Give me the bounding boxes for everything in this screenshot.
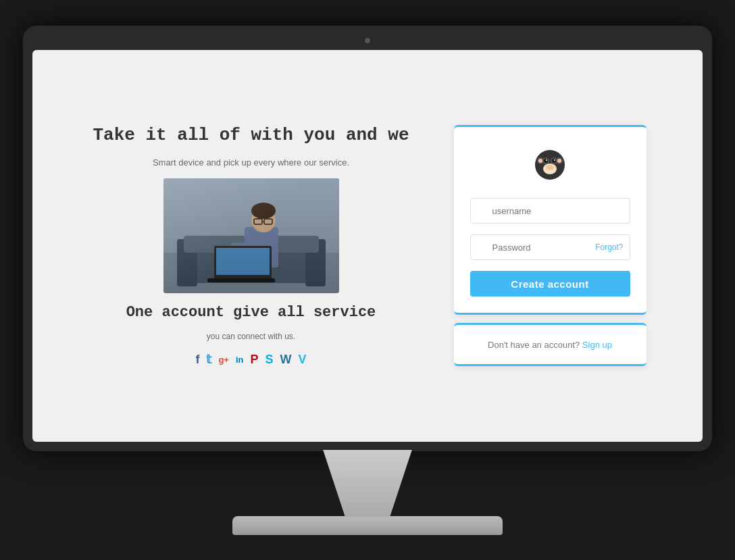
google-plus-icon[interactable]: g+: [218, 355, 229, 365]
create-account-button[interactable]: Create account: [470, 271, 630, 297]
monitor-stand-base: [232, 516, 503, 535]
svg-rect-2: [184, 246, 319, 283]
twitter-icon[interactable]: 𝕥: [206, 352, 211, 367]
svg-point-22: [552, 159, 556, 163]
password-wrapper: 🔒 Forgot?: [470, 234, 630, 260]
wordpress-icon[interactable]: W: [280, 353, 292, 367]
svg-rect-9: [254, 219, 262, 224]
hero-image: [163, 178, 339, 293]
monitor-screen: Take it all of with you and we Smart dev…: [32, 50, 703, 442]
svg-point-24: [554, 159, 555, 161]
monitor-body: Take it all of with you and we Smart dev…: [23, 26, 712, 451]
svg-rect-0: [163, 178, 339, 293]
section-title: One account give all service: [126, 304, 376, 321]
logo-svg: [532, 147, 567, 182]
connect-text: you can connect with us.: [207, 332, 295, 341]
subtitle-text: Smart device and pick up every where our…: [153, 157, 349, 168]
username-input[interactable]: [470, 198, 630, 224]
svg-rect-1: [163, 178, 339, 253]
monitor-wrapper: Take it all of with you and we Smart dev…: [13, 26, 722, 535]
svg-rect-6: [245, 227, 278, 268]
svg-point-7: [251, 208, 276, 232]
signup-link[interactable]: Sign up: [582, 340, 612, 350]
main-title: Take it all of with you and we: [93, 124, 409, 147]
login-card: 👤 🔒 Forgot? Create account: [454, 125, 647, 315]
svg-point-21: [544, 159, 548, 163]
linkedin-icon[interactable]: in: [236, 355, 244, 365]
svg-rect-3: [177, 239, 197, 286]
facebook-icon[interactable]: f: [195, 353, 199, 367]
username-wrapper: 👤: [470, 198, 630, 224]
monitor-stand-neck: [293, 450, 442, 517]
social-icons-row: f 𝕥 g+ in P S W V: [195, 352, 306, 367]
svg-point-23: [546, 159, 547, 161]
monitor-top-bar: [32, 35, 703, 50]
svg-rect-12: [231, 243, 268, 251]
svg-point-28: [538, 159, 542, 163]
pinterest-icon[interactable]: P: [251, 353, 259, 367]
signup-static-text: Don't have an account?: [488, 340, 580, 350]
app-logo: [532, 147, 567, 187]
svg-point-8: [251, 203, 276, 219]
vimeo-icon[interactable]: V: [299, 353, 307, 367]
skype-icon[interactable]: S: [265, 353, 274, 367]
signup-card: Don't have an account? Sign up: [454, 323, 647, 366]
svg-rect-15: [207, 278, 275, 282]
svg-rect-5: [184, 236, 319, 253]
svg-rect-13: [214, 246, 272, 280]
svg-point-29: [557, 159, 561, 163]
forgot-link[interactable]: Forgot?: [595, 243, 623, 252]
svg-point-25: [546, 165, 554, 170]
right-content: 👤 🔒 Forgot? Create account Don't have an…: [454, 125, 647, 366]
svg-rect-4: [305, 239, 326, 286]
monitor-camera-dot: [365, 38, 370, 43]
svg-rect-10: [264, 219, 272, 224]
svg-rect-14: [216, 248, 270, 275]
hero-svg: [163, 178, 339, 293]
signup-prompt-text: Don't have an account? Sign up: [488, 340, 612, 350]
left-content: Take it all of with you and we Smart dev…: [89, 124, 413, 367]
